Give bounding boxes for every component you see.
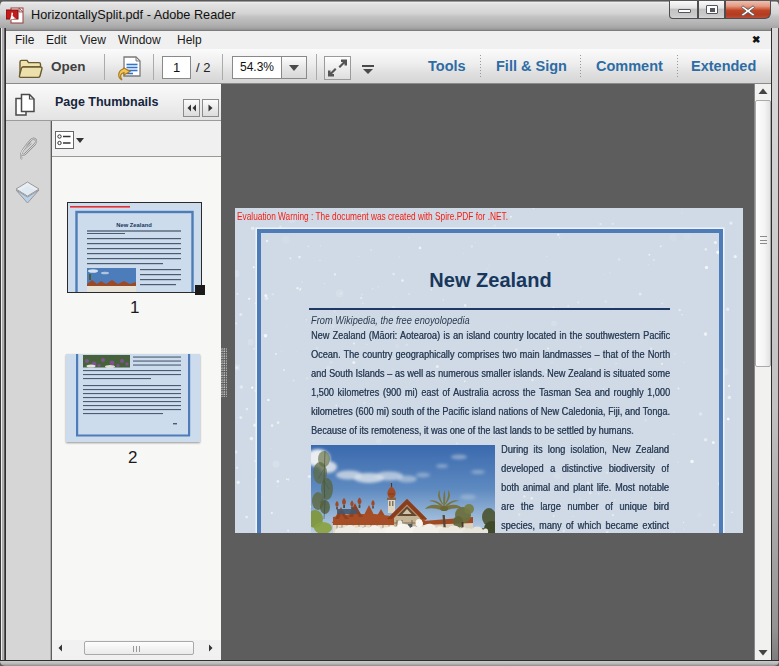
svg-text:New Zealand: New Zealand xyxy=(116,222,152,228)
